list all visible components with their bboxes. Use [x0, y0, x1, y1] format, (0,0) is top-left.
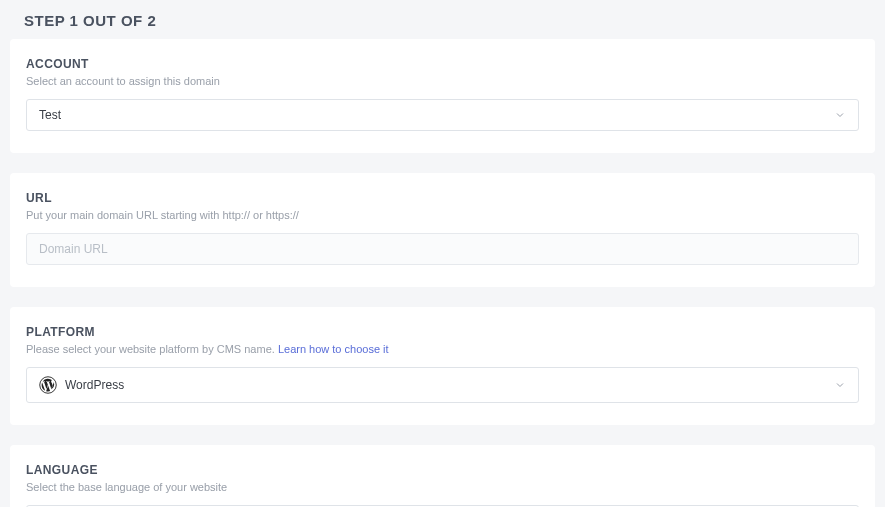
- account-select-value: Test: [39, 108, 834, 122]
- platform-select[interactable]: WordPress: [26, 367, 859, 403]
- language-description: Select the base language of your website: [26, 481, 859, 493]
- account-card: ACCOUNT Select an account to assign this…: [10, 39, 875, 153]
- language-label: LANGUAGE: [26, 463, 859, 477]
- url-input[interactable]: [26, 233, 859, 265]
- account-select[interactable]: Test: [26, 99, 859, 131]
- chevron-down-icon: [834, 109, 846, 121]
- account-description: Select an account to assign this domain: [26, 75, 859, 87]
- platform-desc-text: Please select your website platform by C…: [26, 343, 278, 355]
- url-card: URL Put your main domain URL starting wi…: [10, 173, 875, 287]
- step-title: STEP 1 OUT OF 2: [0, 0, 885, 39]
- platform-select-value: WordPress: [65, 378, 834, 392]
- platform-card: PLATFORM Please select your website plat…: [10, 307, 875, 425]
- platform-label: PLATFORM: [26, 325, 859, 339]
- language-card: LANGUAGE Select the base language of you…: [10, 445, 875, 507]
- url-label: URL: [26, 191, 859, 205]
- account-label: ACCOUNT: [26, 57, 859, 71]
- platform-learn-link[interactable]: Learn how to choose it: [278, 343, 389, 355]
- chevron-down-icon: [834, 379, 846, 391]
- wordpress-icon: [39, 376, 57, 394]
- url-description: Put your main domain URL starting with h…: [26, 209, 859, 221]
- platform-description: Please select your website platform by C…: [26, 343, 859, 355]
